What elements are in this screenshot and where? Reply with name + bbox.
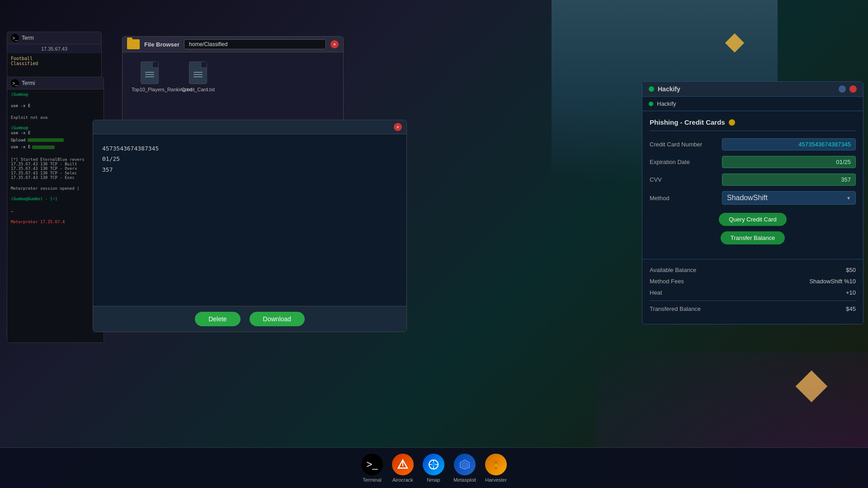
file-browser-close-button[interactable]: ×: [330, 40, 339, 48]
file-line-cc-1: [193, 72, 203, 73]
method-value: ShadowShift: [727, 194, 768, 202]
folder-football[interactable]: Football: [11, 56, 98, 61]
taskbar-item-metasploit[interactable]: Metasploit: [453, 454, 476, 483]
file-item-creditcard[interactable]: Credit_Card.txt: [181, 61, 215, 125]
hackify-nav-dot: [649, 102, 653, 106]
file-line-1: [145, 72, 154, 73]
terminal-line-16: [11, 180, 100, 186]
svg-point-3: [432, 463, 435, 466]
taskbar-item-terminal[interactable]: >_ Terminal: [361, 454, 383, 483]
svg-rect-8: [495, 467, 496, 469]
file-browser-path[interactable]: home/Classified: [184, 39, 326, 49]
terminal-line-1: (Gumbo@: [11, 92, 100, 97]
method-select[interactable]: ShadowShift ▼: [722, 191, 856, 205]
hackify-close-button[interactable]: [849, 85, 857, 93]
taskbar-item-nmap[interactable]: Nmap: [423, 454, 444, 483]
taskbar: >_ Terminal Airocrack Nmap: [0, 447, 868, 488]
select-arrow-icon: ▼: [846, 196, 851, 201]
terminal-upload-bar2: [32, 145, 55, 149]
terminal-line-10: [11, 151, 100, 158]
cvv-value: 357: [722, 174, 856, 186]
airocrack-icon: [392, 454, 414, 475]
file-browser-titlebar: File Browser home/Classified ×: [123, 37, 343, 52]
metasploit-icon: [454, 454, 476, 475]
terminal-line-9: use -x E: [11, 144, 30, 150]
terminal-line-11: [*] Started EternalBlue revers: [11, 157, 100, 162]
text-viewer-footer: Delete Download: [93, 306, 406, 332]
terminal-label: Terminal: [363, 477, 382, 483]
file-line-3: [145, 76, 154, 77]
download-button[interactable]: Download: [250, 312, 305, 326]
delete-button[interactable]: Delete: [195, 312, 240, 326]
terminal-upload-label: Upload: [11, 137, 26, 144]
file-line-2: [145, 74, 154, 75]
text-viewer-line3: 357: [102, 164, 397, 175]
file-item-players[interactable]: Top10_Players_Ranking.txt: [132, 61, 168, 125]
file-name-players: Top10_Players_Ranking.txt: [132, 87, 168, 92]
action-buttons: Query Credit Card Transfer Balance: [650, 210, 856, 247]
transfer-balance-button[interactable]: Transfer Balance: [721, 231, 785, 244]
nmap-icon: [423, 454, 444, 475]
airocrack-label: Airocrack: [392, 477, 413, 483]
field-row-cvv: CVV 357: [650, 174, 856, 186]
cc-number-value: 4573543674387345: [722, 138, 856, 150]
file-line-cc-3: [193, 76, 203, 77]
terminal-main-title: Termi: [22, 80, 35, 86]
cc-number-label: Credit Card Number: [650, 141, 722, 148]
terminal-cursor: —: [11, 209, 100, 214]
hackify-panel: Hackify Hackify Phishing - Credit Cards …: [642, 81, 863, 324]
heat-value: +10: [846, 289, 856, 296]
file-icon-lines-creditcard: [193, 72, 203, 77]
terminal-ip: 17.35.67.43: [7, 44, 101, 53]
harvester-label: Harvester: [485, 477, 507, 483]
taskbar-item-harvester[interactable]: Harvester: [485, 454, 507, 483]
file-browser-folder-icon: [127, 39, 140, 49]
harvester-icon: [485, 454, 507, 475]
field-row-cc: Credit Card Number 4573543674387345: [650, 138, 856, 150]
field-row-method: Method ShadowShift ▼: [650, 191, 856, 205]
terminal-upload-bar1: [28, 138, 64, 142]
metasploit-label: Metasploit: [453, 477, 476, 483]
folder-classified[interactable]: Classified: [11, 61, 98, 66]
hackify-nav-label: Hackify: [657, 100, 676, 107]
terminal-main-content[interactable]: (Gumbo@ use -x E Exploit not ava (Gumbo@…: [7, 89, 104, 343]
text-viewer-close-button[interactable]: ×: [394, 123, 402, 131]
terminal-line-3: use -x E: [11, 103, 100, 109]
available-balance-value: $50: [846, 267, 856, 273]
terminal-line-4: [11, 109, 100, 115]
file-browser-title: File Browser: [144, 41, 179, 48]
terminal-small-titlebar: >_ Term: [7, 32, 101, 44]
method-fees-label: Method Fees: [650, 278, 684, 285]
method-label: Method: [650, 195, 722, 202]
terminal-prompt-main: (Gumbo@Gumbo) - [~]: [11, 197, 100, 201]
cvv-label: CVV: [650, 176, 722, 183]
terminal-line-8: use -x E: [11, 130, 100, 136]
info-section: Available Balance $50 Method Fees Shadow…: [642, 259, 863, 324]
terminal-line-7: (Gumbo@: [11, 126, 100, 130]
expiry-label: Expiration Date: [650, 159, 722, 165]
field-row-expiry: Expiration Date 01/25: [650, 156, 856, 168]
phishing-status-dot: [729, 119, 735, 126]
file-icon-players: [141, 61, 159, 84]
taskbar-item-airocrack[interactable]: Airocrack: [392, 454, 414, 483]
terminal-line-15: 17.35.67.43 130 TCP - Exec: [11, 175, 100, 180]
file-icon-creditcard: [189, 61, 207, 84]
terminal-icon: >_: [361, 454, 383, 475]
info-row-transferred: Transfered Balance $45: [650, 305, 856, 312]
terminal-line-13: 17.35.67.43 130 TCP - Overv: [11, 166, 100, 171]
info-row-fees: Method Fees ShadowShift %10: [650, 278, 856, 285]
file-line-cc-2: [193, 74, 203, 75]
hackify-nav-section: Hackify: [642, 97, 863, 111]
hackify-minimize-button[interactable]: [839, 85, 846, 93]
text-viewer-line2: 01/25: [102, 154, 397, 164]
terminal-line-12: 17.35.67.43 130 TCP - Built: [11, 162, 100, 166]
text-viewer-line1: 4573543674387345: [102, 143, 397, 154]
terminal-line-17: Meterpreter session opened (: [11, 186, 100, 191]
query-credit-card-button[interactable]: Query Credit Card: [719, 213, 786, 226]
hackify-status-dot: [649, 86, 654, 92]
terminal-line-19: [11, 201, 100, 207]
terminal-small-title: Term: [22, 35, 34, 41]
terminal-main-titlebar: >_ Termi: [7, 77, 104, 89]
terminal-line-20: [11, 214, 100, 220]
phishing-section: Phishing - Credit Cards Credit Card Numb…: [642, 111, 863, 259]
